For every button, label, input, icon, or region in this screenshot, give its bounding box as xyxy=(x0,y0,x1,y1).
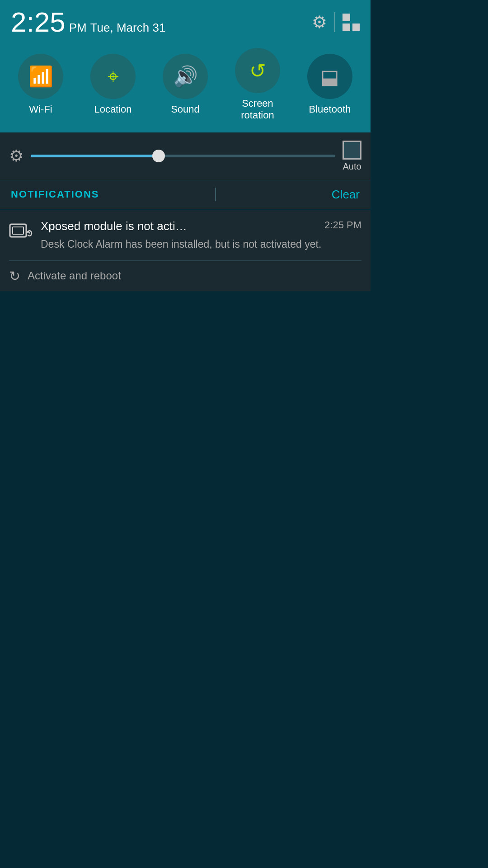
notifications-title: NOTIFICATIONS xyxy=(11,189,99,200)
bluetooth-icon: ⬓ xyxy=(320,65,339,88)
notification-app-icon xyxy=(9,221,33,245)
wifi-icon: 📶 xyxy=(28,65,53,88)
toggle-bluetooth[interactable]: ⬓ Bluetooth xyxy=(307,54,352,115)
toggle-sound-circle: 🔊 xyxy=(163,54,208,99)
grid-cell-1 xyxy=(343,14,350,21)
xposed-icon xyxy=(9,223,33,242)
clock-ampm: PM xyxy=(69,21,87,35)
toggle-wifi-label: Wi-Fi xyxy=(29,104,52,115)
auto-brightness-label: Auto xyxy=(343,161,361,172)
notification-card: Xposed module is not acti… 2:25 PM Desk … xyxy=(0,210,371,291)
toggle-sound[interactable]: 🔊 Sound xyxy=(163,54,208,115)
toggle-location-label: Location xyxy=(94,104,131,115)
toggle-location-circle: ⌖ xyxy=(90,54,136,99)
svg-rect-1 xyxy=(13,227,23,234)
brightness-slider-thumb[interactable] xyxy=(152,150,165,162)
brightness-icon: ⚙ xyxy=(9,146,23,165)
sound-icon: 🔊 xyxy=(173,65,198,88)
grid-icon[interactable] xyxy=(343,14,360,31)
grid-cell-4 xyxy=(352,24,360,31)
notification-action-activate-reboot[interactable]: ↻ Activate and reboot xyxy=(9,260,361,291)
toggle-bluetooth-label: Bluetooth xyxy=(309,104,351,115)
toggle-screen-rotation[interactable]: ↺ Screenrotation xyxy=(235,48,280,122)
notifications-divider xyxy=(215,188,216,201)
toggle-location[interactable]: ⌖ Location xyxy=(90,54,136,115)
reboot-icon: ↻ xyxy=(9,268,20,284)
auto-brightness-block[interactable]: Auto xyxy=(343,141,361,172)
toggle-rotation-label: Screenrotation xyxy=(241,98,274,122)
notification-content: Xposed module is not acti… 2:25 PM Desk … xyxy=(41,219,361,251)
toggle-wifi[interactable]: 📶 Wi-Fi xyxy=(18,54,63,115)
toggle-sound-label: Sound xyxy=(171,104,200,115)
brightness-bar: ⚙ Auto xyxy=(0,132,371,180)
notification-title: Xposed module is not acti… xyxy=(41,219,319,233)
notification-description: Desk Clock Alarm has been installed, but… xyxy=(41,238,321,250)
location-icon: ⌖ xyxy=(108,65,119,88)
clock-date: Tue, March 31 xyxy=(90,21,166,35)
time-block: 2:25 PM Tue, March 31 xyxy=(11,8,165,36)
toggle-bluetooth-circle: ⬓ xyxy=(307,54,352,99)
quick-toggles-panel: 📶 Wi-Fi ⌖ Location 🔊 Sound ↺ Screenrotat… xyxy=(0,41,371,132)
auto-brightness-checkbox[interactable] xyxy=(343,141,361,160)
grid-cell-3 xyxy=(343,24,350,31)
rotation-icon: ↺ xyxy=(249,59,266,82)
clock-time: 2:25 xyxy=(11,8,66,36)
brightness-slider-fill xyxy=(31,155,159,157)
settings-icon[interactable]: ⚙ xyxy=(312,12,327,32)
brightness-slider-track[interactable] xyxy=(31,155,335,157)
notification-header: Xposed module is not acti… 2:25 PM Desk … xyxy=(9,219,361,251)
grid-cell-2 xyxy=(352,14,360,21)
toggle-rotation-circle: ↺ xyxy=(235,48,280,93)
toggle-wifi-circle: 📶 xyxy=(18,54,63,99)
clear-notifications-button[interactable]: Clear xyxy=(332,188,360,202)
notification-time: 2:25 PM xyxy=(324,219,361,231)
status-icons: ⚙ xyxy=(312,12,360,32)
action-label-activate: Activate and reboot xyxy=(28,269,121,282)
notifications-header: NOTIFICATIONS Clear xyxy=(0,180,371,209)
notification-top-row: Xposed module is not acti… 2:25 PM xyxy=(41,219,361,233)
divider xyxy=(334,12,335,32)
status-bar: 2:25 PM Tue, March 31 ⚙ xyxy=(0,0,371,41)
